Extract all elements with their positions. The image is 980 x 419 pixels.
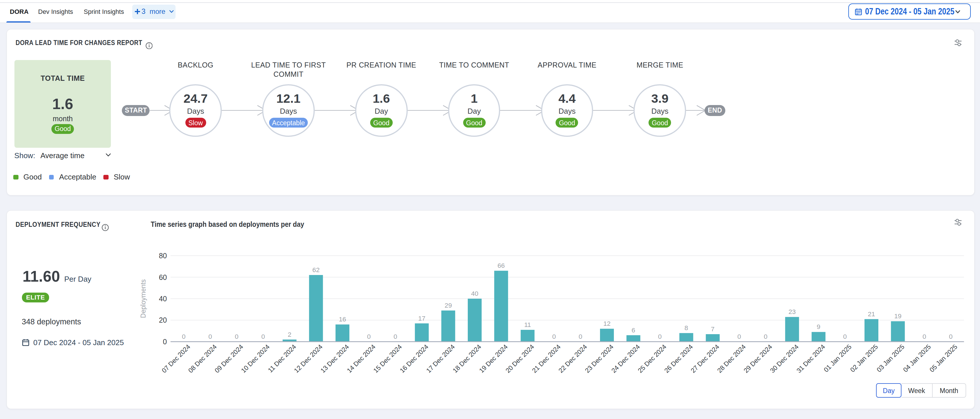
svg-text:6: 6: [632, 327, 635, 334]
svg-text:0: 0: [923, 333, 926, 340]
svg-text:2: 2: [288, 331, 292, 338]
svg-text:0: 0: [949, 333, 953, 340]
svg-text:0: 0: [261, 333, 265, 340]
svg-text:0: 0: [393, 333, 397, 340]
svg-text:21: 21: [868, 311, 875, 318]
svg-text:16: 16: [339, 316, 346, 323]
svg-text:20: 20: [159, 316, 167, 324]
svg-text:0: 0: [163, 338, 167, 346]
svg-text:0: 0: [737, 333, 741, 340]
svg-text:0: 0: [208, 333, 212, 340]
svg-text:11: 11: [524, 321, 531, 329]
svg-text:04 Jan 2025: 04 Jan 2025: [902, 343, 932, 374]
svg-text:80: 80: [159, 252, 167, 260]
svg-text:62: 62: [312, 267, 320, 273]
svg-text:0: 0: [764, 333, 767, 340]
svg-text:0: 0: [367, 333, 371, 340]
svg-text:Deployments: Deployments: [140, 279, 147, 318]
svg-text:19: 19: [894, 313, 902, 320]
svg-text:0: 0: [843, 333, 847, 340]
svg-text:7: 7: [711, 325, 714, 333]
svg-text:23: 23: [789, 308, 796, 316]
svg-text:0: 0: [658, 333, 662, 340]
svg-text:29: 29: [445, 302, 452, 309]
svg-text:01 Jan 2025: 01 Jan 2025: [822, 343, 853, 374]
svg-text:8: 8: [685, 324, 688, 332]
svg-text:66: 66: [498, 262, 505, 269]
svg-text:0: 0: [579, 333, 582, 340]
svg-text:0: 0: [182, 333, 186, 340]
svg-text:0: 0: [235, 333, 239, 340]
svg-text:02 Jan 2025: 02 Jan 2025: [849, 343, 880, 374]
svg-text:60: 60: [159, 273, 167, 281]
svg-text:0: 0: [552, 333, 556, 340]
svg-text:12: 12: [603, 320, 610, 327]
svg-text:40: 40: [471, 290, 478, 297]
svg-text:03 Jan 2025: 03 Jan 2025: [875, 343, 906, 374]
svg-text:9: 9: [817, 323, 821, 330]
svg-text:05 Jan 2025: 05 Jan 2025: [928, 343, 959, 374]
svg-text:17: 17: [418, 315, 425, 322]
svg-text:40: 40: [159, 295, 167, 303]
